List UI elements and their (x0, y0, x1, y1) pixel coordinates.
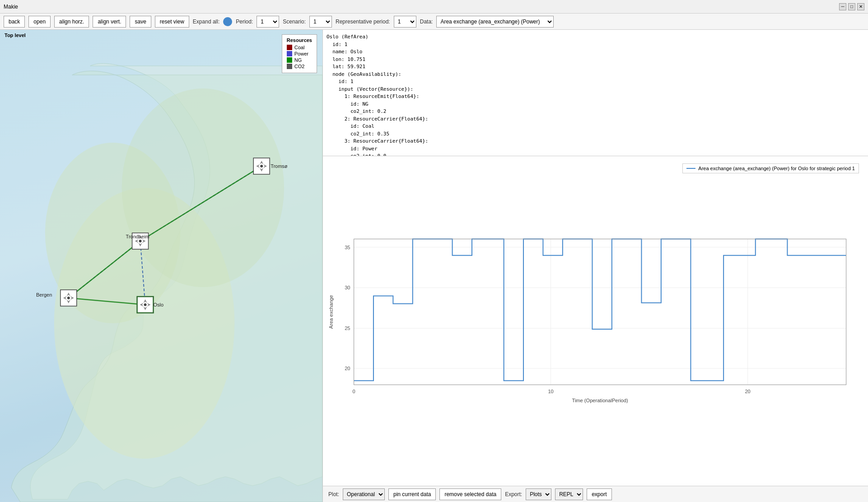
co2-color-icon (287, 64, 292, 69)
resources-legend: Resources Coal Power NG CO2 (282, 34, 317, 73)
scenario-label: Scenario: (283, 19, 306, 25)
svg-point-23 (67, 297, 70, 299)
coal-color-icon (287, 45, 292, 50)
coal-label: Coal (294, 45, 305, 50)
map-panel[interactable]: Top level Resources Coal Power NG CO2 (0, 30, 323, 502)
svg-text:20: 20 (745, 389, 750, 394)
pin-current-data-button[interactable]: pin current data (388, 488, 436, 500)
maximize-button[interactable]: □ (848, 3, 855, 10)
expand-toggle[interactable] (223, 17, 232, 26)
period-select[interactable]: 1 (257, 16, 279, 28)
window-controls: ─ □ ✕ (839, 3, 864, 10)
svg-text:20: 20 (345, 366, 350, 371)
plot-label: Plot: (328, 491, 339, 497)
export-button[interactable]: export (587, 488, 611, 500)
power-color-icon (287, 51, 292, 56)
co2-label: CO2 (294, 64, 305, 69)
chart-svg: 35 30 25 20 0 10 20 Time (OperationalPer… (327, 160, 864, 478)
right-panel: Oslo (RefArea) id: 1 name: Oslo lon: 10.… (323, 30, 868, 502)
svg-text:10: 10 (548, 389, 553, 394)
plot-select[interactable]: Operational (343, 488, 385, 500)
align-vert-button[interactable]: align vert. (93, 16, 126, 28)
svg-point-17 (144, 303, 147, 306)
legend-ng: NG (287, 57, 312, 63)
node-oslo (137, 297, 154, 313)
resources-title: Resources (287, 37, 312, 43)
svg-rect-36 (354, 239, 846, 385)
svg-text:0: 0 (352, 389, 355, 394)
data-label: Data: (420, 19, 433, 25)
tromso-label: Tromsø (271, 163, 288, 169)
power-label: Power (294, 51, 308, 56)
export-label: Export: (505, 491, 522, 497)
remove-selected-data-button[interactable]: remove selected data (439, 488, 501, 500)
oslo-label: Oslo (154, 302, 164, 307)
legend-coal: Coal (287, 45, 312, 50)
back-button[interactable]: back (4, 16, 25, 28)
svg-text:35: 35 (345, 245, 350, 250)
ng-label: NG (294, 57, 302, 63)
rep-period-select[interactable]: 1 (394, 16, 416, 28)
rep-period-label: Representative period: (336, 19, 390, 25)
open-button[interactable]: open (28, 16, 51, 28)
map-svg: Oslo Bergen Trondheim (0, 30, 322, 502)
chart-container: 35 30 25 20 0 10 20 Time (OperationalPer… (327, 160, 864, 478)
legend-power: Power (287, 51, 312, 56)
toolbar: back open align horz. align vert. save r… (0, 14, 868, 30)
align-horz-button[interactable]: align horz. (54, 16, 89, 28)
svg-text:30: 30 (345, 285, 350, 290)
node-bergen (61, 290, 77, 306)
bergen-label: Bergen (36, 292, 52, 297)
x-axis-label: Time (OperationalPeriod) (572, 398, 628, 403)
repl-select[interactable]: REPL (555, 488, 583, 500)
chart-panel: Area exchange (area_exchange) (Power) fo… (323, 156, 868, 486)
reset-view-button[interactable]: reset view (155, 16, 189, 28)
minimize-button[interactable]: ─ (839, 3, 846, 10)
svg-text:25: 25 (345, 325, 350, 331)
export-format-select[interactable]: Plots (526, 488, 551, 500)
svg-point-3 (122, 88, 284, 287)
ng-color-icon (287, 57, 292, 63)
node-tromso (253, 158, 270, 174)
y-axis-label: Area exchange (328, 295, 334, 329)
expand-all-label: Expand all: (193, 19, 219, 25)
svg-point-35 (260, 165, 263, 167)
main-content: Top level Resources Coal Power NG CO2 (0, 30, 868, 502)
svg-point-29 (139, 240, 142, 242)
save-button[interactable]: save (130, 16, 151, 28)
info-text: Oslo (RefArea) id: 1 name: Oslo lon: 10.… (327, 33, 864, 156)
bottom-bar: Plot: Operational pin current data remov… (323, 486, 868, 502)
info-panel: Oslo (RefArea) id: 1 name: Oslo lon: 10.… (323, 30, 868, 156)
data-select[interactable]: Area exchange (area_exchange) (Power) (436, 16, 554, 28)
title-bar: Makie ─ □ ✕ (0, 0, 868, 14)
scenario-select[interactable]: 1 (309, 16, 332, 28)
close-button[interactable]: ✕ (857, 3, 864, 10)
map-top-label: Top level (5, 33, 26, 38)
period-label: Period: (236, 19, 253, 25)
app-title: Makie (4, 4, 18, 10)
legend-co2: CO2 (287, 64, 312, 69)
trondheim-label: Trondheim (126, 234, 149, 239)
